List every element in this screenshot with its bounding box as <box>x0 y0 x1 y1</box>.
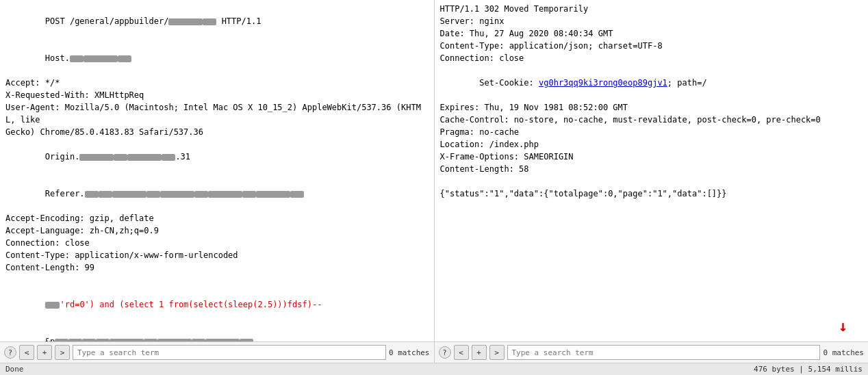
left-line-origin: Origin. .31 <box>5 138 429 175</box>
left-help-button[interactable]: ? <box>4 346 16 359</box>
left-line-param: &p <box>5 323 429 341</box>
left-line-2: Host. <box>5 40 429 77</box>
left-line-language: Accept-Language: zh-CN,zh;q=0.9 <box>5 224 429 237</box>
left-search-bar: ? < + > 0 matches <box>0 341 434 363</box>
right-line-location: Location: /index.php <box>440 138 863 151</box>
right-help-button[interactable]: ? <box>439 346 451 359</box>
left-next-button[interactable]: > <box>55 345 70 360</box>
left-line-6: Gecko) Chrome/85.0.4183.83 Safari/537.36 <box>5 126 429 138</box>
left-line-encoding: Accept-Encoding: gzip, deflate <box>5 212 429 224</box>
right-plus-button[interactable]: + <box>472 345 487 360</box>
right-match-count: 0 matches <box>823 348 864 357</box>
redacted-1 <box>168 18 203 25</box>
right-line-server: Server: nginx <box>440 15 863 27</box>
right-next-button[interactable]: > <box>489 345 505 360</box>
right-line-content-length: Content-Length: 58 <box>440 163 863 175</box>
right-line-empty <box>440 175 863 188</box>
right-line-pragma: Pragma: no-cache <box>440 126 863 138</box>
left-search-input[interactable] <box>73 345 386 360</box>
left-line-sqli: 'rd=0') and (select 1 from(select(sleep(… <box>5 286 429 323</box>
right-line-status: HTTP/1.1 302 Moved Temporarily <box>440 3 863 15</box>
right-pane-scroll[interactable]: HTTP/1.1 302 Moved Temporarily Server: n… <box>435 0 869 341</box>
redacted-2 <box>70 55 84 62</box>
status-info: 476 bytes | 5,154 millis <box>754 365 863 374</box>
left-plus-button[interactable]: + <box>37 345 52 360</box>
left-match-count: 0 matches <box>389 348 430 357</box>
right-pane: HTTP/1.1 302 Moved Temporarily Server: n… <box>435 0 869 363</box>
right-prev-button[interactable]: < <box>454 345 469 360</box>
right-line-expires: Expires: Thu, 19 Nov 1981 08:52:00 GMT <box>440 101 863 114</box>
left-line-connection: Connection: close <box>5 237 429 249</box>
left-line-empty <box>5 274 429 286</box>
right-search-bar: ? < + > 0 matches <box>435 341 869 363</box>
right-line-set-cookie: Set-Cookie: vg0hr3qq9ki3rong0eop89gjv1; … <box>440 64 863 101</box>
right-line-date: Date: Thu, 27 Aug 2020 08:40:34 GMT <box>440 27 863 40</box>
left-line-content-type: Content-Type: application/x-www-form-url… <box>5 249 429 261</box>
right-line-cache-control: Cache-Control: no-store, no-cache, must-… <box>440 114 863 126</box>
arrow-down-indicator: ↓ <box>839 318 847 335</box>
right-line-json: {"status":"1","data":{"totalpage":0,"pag… <box>440 188 863 200</box>
left-pane: POST /general/appbuilder/ HTTP/1.1 Host.… <box>0 0 435 363</box>
cookie-link[interactable]: vg0hr3qq9ki3rong0eop89gjv1 <box>539 78 667 88</box>
status-done: Done <box>5 365 24 374</box>
right-line-xframe: X-Frame-Options: SAMEORIGIN <box>440 151 863 163</box>
left-line-1: POST /general/appbuilder/ HTTP/1.1 <box>5 3 429 40</box>
right-line-connection: Connection: close <box>440 52 863 64</box>
left-prev-button[interactable]: < <box>19 345 34 360</box>
right-search-input[interactable] <box>507 345 821 360</box>
left-line-referer: Referer. <box>5 175 429 212</box>
left-line-4: X-Requested-With: XMLHttpReq <box>5 89 429 101</box>
left-line-content-length: Content-Length: 99 <box>5 261 429 274</box>
status-bar: Done 476 bytes | 5,154 millis <box>0 363 868 375</box>
right-line-content-type: Content-Type: application/json; charset=… <box>440 40 863 52</box>
left-pane-scroll[interactable]: POST /general/appbuilder/ HTTP/1.1 Host.… <box>0 0 434 341</box>
left-line-5: User-Agent: Mozilla/5.0 (Macintosh; Inte… <box>5 101 429 126</box>
left-line-3: Accept: */* <box>5 77 429 89</box>
